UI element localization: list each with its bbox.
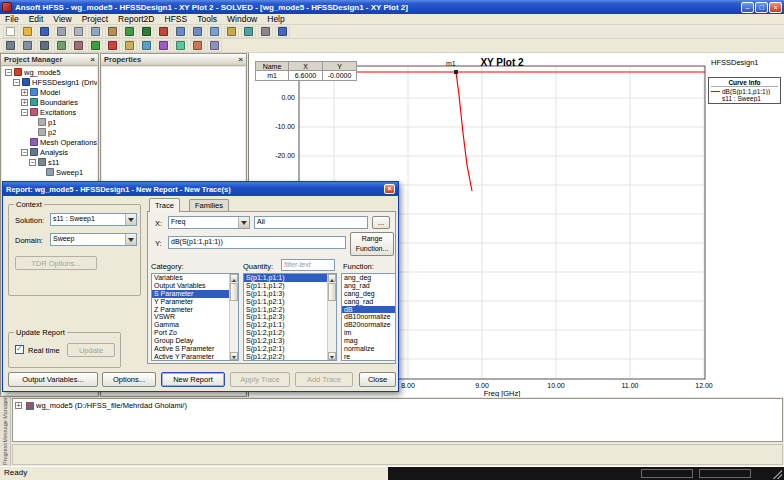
expand-icon[interactable]: +: [21, 99, 28, 106]
zoom-in-icon[interactable]: [173, 26, 188, 38]
tree-item[interactable]: p1: [2, 117, 97, 127]
menu-item-tools[interactable]: Tools: [192, 14, 222, 24]
tree-item[interactable]: −s11: [2, 157, 97, 167]
select-face-icon[interactable]: [20, 40, 35, 52]
scroll-up-icon[interactable]: [328, 274, 336, 282]
analyze-all-icon[interactable]: [105, 40, 120, 52]
list-option[interactable]: Z Parameter: [152, 306, 229, 314]
list-option[interactable]: S(p1:1,p1:3): [244, 290, 327, 298]
tree-item[interactable]: +Boundaries: [2, 97, 97, 107]
maximize-button[interactable]: □: [755, 2, 768, 13]
add-trace-button[interactable]: Add Trace: [295, 372, 353, 387]
marker-label[interactable]: m1: [446, 60, 456, 67]
menu-item-help[interactable]: Help: [262, 14, 289, 24]
collapse-icon[interactable]: −: [13, 79, 20, 86]
cut-icon[interactable]: [71, 26, 86, 38]
menu-item-project[interactable]: Project: [77, 14, 113, 24]
close-dialog-button[interactable]: Close: [359, 372, 396, 387]
resize-grip[interactable]: [772, 469, 782, 479]
new-report-button[interactable]: New Report: [161, 372, 225, 387]
report-icon[interactable]: [190, 40, 205, 52]
output-variables-button[interactable]: Output Variables...: [8, 372, 98, 387]
scroll-thumb[interactable]: [328, 283, 336, 301]
list-option[interactable]: S(p1:1,p1:1): [244, 274, 327, 282]
panel-close-icon[interactable]: ×: [238, 56, 243, 64]
list-option[interactable]: re: [342, 353, 395, 361]
list-option[interactable]: Active Y Parameter: [152, 353, 229, 361]
collapse-icon[interactable]: −: [29, 159, 36, 166]
boolean-unite-icon[interactable]: [71, 40, 86, 52]
scroll-up-icon[interactable]: [230, 274, 238, 282]
list-option[interactable]: Group Delay: [152, 337, 229, 345]
solution-data-icon[interactable]: [122, 40, 137, 52]
list-option[interactable]: Output Variables: [152, 282, 229, 290]
menu-item-report2d[interactable]: Report2D: [113, 14, 159, 24]
collapse-icon[interactable]: −: [21, 149, 28, 156]
rotate-icon[interactable]: [241, 26, 256, 38]
y-expression-field[interactable]: dB(S(p1:1,p1:1)): [168, 236, 346, 249]
minimize-button[interactable]: –: [741, 2, 754, 13]
menu-item-window[interactable]: Window: [222, 14, 262, 24]
zoom-out-icon[interactable]: [190, 26, 205, 38]
range-function-button[interactable]: Range Function...: [350, 232, 394, 256]
paste-icon[interactable]: [105, 26, 120, 38]
undo-icon[interactable]: [122, 26, 137, 38]
list-option[interactable]: Active S Parameter: [152, 345, 229, 353]
collapse-icon[interactable]: −: [5, 69, 12, 76]
save-icon[interactable]: [37, 26, 52, 38]
measure-icon[interactable]: [258, 26, 273, 38]
radiation-icon[interactable]: [156, 40, 171, 52]
panel-close-icon[interactable]: ×: [90, 56, 95, 64]
move-icon[interactable]: [37, 40, 52, 52]
print-icon[interactable]: [54, 26, 69, 38]
message-item[interactable]: + wg_mode5 (D:/HFSS_file/Mehrdad Gholami…: [13, 399, 782, 412]
tree-item[interactable]: p2: [2, 127, 97, 137]
list-option[interactable]: dB20normalize: [342, 321, 395, 329]
redo-icon[interactable]: [139, 26, 154, 38]
tree-item[interactable]: Mesh Operations: [2, 137, 97, 147]
list-option[interactable]: S(p1:1,p2:1): [244, 298, 327, 306]
optimetrics-icon[interactable]: [173, 40, 188, 52]
collapse-icon[interactable]: −: [21, 109, 28, 116]
function-listbox[interactable]: ang_degang_radcang_degcang_raddBdB10norm…: [341, 273, 396, 361]
list-option[interactable]: S(p1:1,p2:3): [244, 313, 327, 321]
list-option[interactable]: Variables: [152, 274, 229, 282]
dialog-close-button[interactable]: ×: [384, 184, 395, 194]
list-option[interactable]: Port Zo: [152, 329, 229, 337]
update-button[interactable]: Update: [67, 343, 115, 357]
copy-icon[interactable]: [88, 26, 103, 38]
quantity-filter-input[interactable]: filter-text: [281, 259, 335, 271]
list-option[interactable]: S Parameter: [152, 290, 229, 298]
apply-trace-button[interactable]: Apply Trace: [230, 372, 290, 387]
x-quantity-select[interactable]: Freq: [168, 216, 250, 229]
fields-overlay-icon[interactable]: [139, 40, 154, 52]
tab-trace[interactable]: Trace: [149, 198, 180, 212]
list-option[interactable]: S(p1:2,p2:2): [244, 353, 327, 361]
validate-check-icon[interactable]: [88, 40, 103, 52]
scroll-thumb[interactable]: [230, 283, 238, 301]
list-option[interactable]: S(p1:2,p1:2): [244, 329, 327, 337]
menu-item-edit[interactable]: Edit: [24, 14, 49, 24]
scroll-down-icon[interactable]: [230, 352, 238, 360]
options-button[interactable]: Options...: [102, 372, 156, 387]
list-option[interactable]: S(p1:2,p1:1): [244, 321, 327, 329]
quantity-scrollbar[interactable]: [327, 274, 336, 360]
tree-item[interactable]: −Excitations: [2, 107, 97, 117]
list-option[interactable]: VSWR: [152, 313, 229, 321]
new-file-icon[interactable]: [3, 26, 18, 38]
solution-select[interactable]: s11 : Sweep1: [50, 213, 137, 226]
list-option[interactable]: cang_deg: [342, 290, 395, 298]
fit-all-icon[interactable]: [207, 26, 222, 38]
expand-icon[interactable]: +: [15, 402, 22, 409]
real-time-checkbox[interactable]: [15, 345, 24, 354]
list-option[interactable]: Gamma: [152, 321, 229, 329]
menu-item-hfss[interactable]: HFSS: [160, 14, 193, 24]
tree-item[interactable]: Sweep1: [2, 167, 97, 177]
list-option[interactable]: mag: [342, 337, 395, 345]
tdr-options-button[interactable]: TDR Options...: [15, 256, 97, 270]
list-option[interactable]: ang_deg: [342, 274, 395, 282]
list-option[interactable]: ang_rad: [342, 282, 395, 290]
category-scrollbar[interactable]: [229, 274, 238, 360]
tree-item[interactable]: +Model: [2, 87, 97, 97]
progress-tab[interactable]: Progress: [0, 443, 11, 466]
